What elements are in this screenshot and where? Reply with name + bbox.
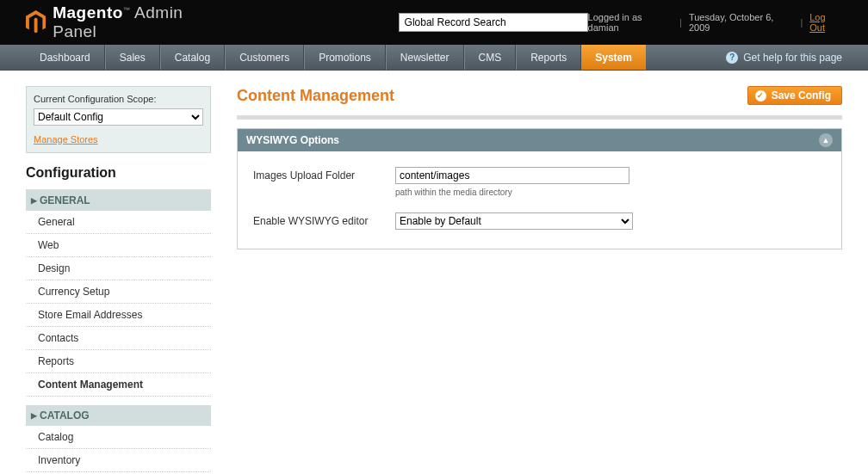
sidebar-item-currency-setup[interactable]: Currency Setup: [26, 280, 211, 304]
help-label: Get help for this page: [743, 52, 842, 64]
logged-in-text: Logged in as damian: [588, 12, 673, 33]
sidebar-item-catalog[interactable]: Catalog: [26, 426, 211, 449]
page-title: Content Management: [237, 87, 394, 105]
nav-system[interactable]: System: [581, 45, 646, 70]
sidebar-group-general[interactable]: ▶ GENERAL: [26, 190, 211, 211]
help-icon: ?: [726, 52, 738, 64]
input-images-upload-folder[interactable]: [395, 167, 629, 184]
check-icon: ✓: [755, 90, 766, 102]
global-search-input[interactable]: [399, 13, 588, 32]
nav-reports[interactable]: Reports: [516, 45, 581, 70]
fieldset-head[interactable]: WYSIWYG Options ▲: [238, 129, 841, 151]
sidebar-item-design[interactable]: Design: [26, 257, 211, 280]
manage-stores-link[interactable]: Manage Stores: [34, 134, 98, 145]
nav-dashboard[interactable]: Dashboard: [26, 45, 105, 70]
sidebar-item-inventory[interactable]: Inventory: [26, 449, 211, 472]
row-enable-wysiwyg: Enable WYSIWYG editor Enable by Default: [253, 212, 826, 230]
page-head: Content Management ✓ Save Config: [237, 86, 842, 105]
nav-newsletter[interactable]: Newsletter: [386, 45, 464, 70]
help-link[interactable]: ? Get help for this page: [726, 45, 842, 70]
header-user-area: Logged in as damian | Tuesday, October 6…: [588, 12, 842, 33]
logo: Magento™ Admin Panel: [26, 3, 226, 41]
chevron-right-icon: ▶: [31, 411, 37, 420]
main-nav: Dashboard Sales Catalog Customers Promot…: [0, 45, 868, 71]
save-config-button[interactable]: ✓ Save Config: [747, 86, 842, 105]
nav-catalog[interactable]: Catalog: [160, 45, 225, 70]
magento-icon: [26, 10, 46, 34]
nav-sales[interactable]: Sales: [105, 45, 160, 70]
sidebar-item-content-management[interactable]: Content Management: [26, 373, 211, 397]
chevron-right-icon: ▶: [31, 196, 37, 205]
select-enable-wysiwyg[interactable]: Enable by Default: [395, 212, 633, 230]
hint-images-upload-folder: path within the media directory: [395, 188, 629, 197]
sidebar-item-web[interactable]: Web: [26, 234, 211, 257]
logout-link[interactable]: Log Out: [809, 12, 842, 33]
label-enable-wysiwyg: Enable WYSIWYG editor: [253, 212, 395, 227]
nav-customers[interactable]: Customers: [225, 45, 304, 70]
sidebar-item-general[interactable]: General: [26, 211, 211, 234]
sidebar-title: Configuration: [26, 153, 211, 190]
global-search: [399, 13, 588, 32]
header-date: Tuesday, October 6, 2009: [689, 12, 793, 33]
sidebar-item-store-email[interactable]: Store Email Addresses: [26, 304, 211, 327]
nav-promotions[interactable]: Promotions: [304, 45, 386, 70]
row-images-upload-folder: Images Upload Folder path within the med…: [253, 167, 826, 197]
wysiwyg-fieldset: WYSIWYG Options ▲ Images Upload Folder p…: [237, 128, 842, 249]
admin-header: Magento™ Admin Panel Logged in as damian…: [0, 0, 868, 45]
sidebar: Current Configuration Scope: Default Con…: [26, 86, 211, 472]
collapse-icon[interactable]: ▲: [819, 133, 833, 147]
label-images-upload-folder: Images Upload Folder: [253, 167, 395, 182]
sidebar-item-reports[interactable]: Reports: [26, 350, 211, 373]
logo-text: Magento™ Admin Panel: [53, 3, 226, 41]
scope-label: Current Configuration Scope:: [34, 94, 203, 104]
title-rule: [237, 115, 842, 120]
main-content: Content Management ✓ Save Config WYSIWYG…: [237, 86, 842, 249]
scope-select[interactable]: Default Config: [34, 108, 203, 126]
scope-box: Current Configuration Scope: Default Con…: [26, 86, 211, 153]
sidebar-group-catalog[interactable]: ▶ CATALOG: [26, 405, 211, 426]
nav-cms[interactable]: CMS: [464, 45, 517, 70]
sidebar-item-contacts[interactable]: Contacts: [26, 327, 211, 350]
